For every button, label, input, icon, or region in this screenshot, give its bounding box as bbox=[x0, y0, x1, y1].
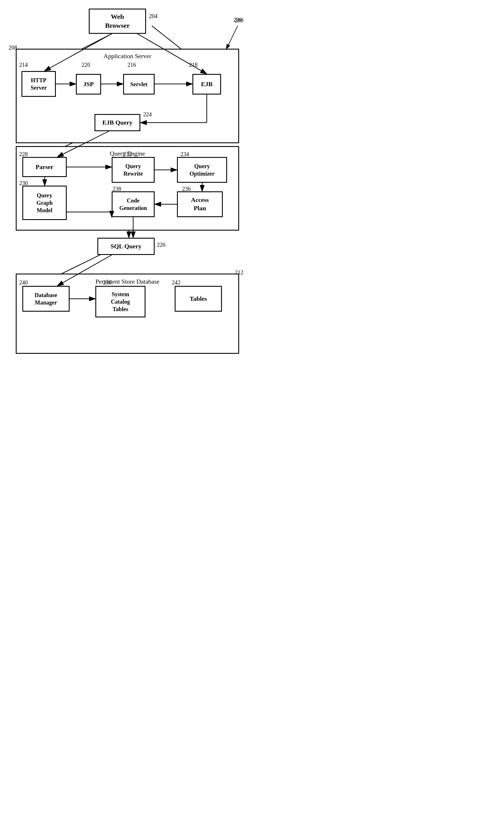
tables-box: Tables bbox=[175, 286, 222, 312]
http-server-box: HTTP Server bbox=[21, 71, 56, 97]
servlet-box: Servlet bbox=[123, 74, 155, 94]
code-generation-box: Code Generation bbox=[112, 192, 155, 217]
ejb-query-label: EJB Query bbox=[102, 119, 133, 127]
application-server-label: Application Server bbox=[17, 53, 238, 60]
query-rewrite-box: Query Rewrite bbox=[112, 157, 155, 183]
ref-238-sys: 238 bbox=[103, 279, 112, 286]
sql-query-box: SQL Query bbox=[97, 238, 155, 255]
svg-line-21 bbox=[226, 26, 238, 49]
system-catalog-tables-label: System Catalog Tables bbox=[111, 291, 130, 313]
query-graph-model-label: Query Graph Model bbox=[36, 192, 53, 214]
ref-214: 214 bbox=[19, 62, 28, 68]
ejb-label: EJB bbox=[201, 80, 213, 88]
web-browser-label: Web Browser bbox=[105, 12, 130, 30]
jsp-box: JSP bbox=[76, 74, 101, 94]
ref-204: 204 bbox=[149, 13, 158, 19]
access-plan-box: Access Plan bbox=[177, 192, 223, 217]
http-server-label: HTTP Server bbox=[31, 76, 47, 91]
database-manager-box: Database Manager bbox=[22, 286, 70, 312]
tables-label: Tables bbox=[189, 295, 207, 303]
web-browser-box: Web Browser bbox=[89, 9, 146, 34]
query-graph-model-box: Query Graph Model bbox=[22, 185, 67, 220]
ref-218: 218 bbox=[189, 62, 197, 68]
parser-box: Parser bbox=[22, 157, 67, 177]
ejb-box: EJB bbox=[192, 74, 221, 94]
database-manager-label: Database Manager bbox=[35, 291, 57, 306]
ref-228: 228 bbox=[19, 151, 28, 158]
ref-226: 226 bbox=[157, 241, 166, 248]
system-catalog-tables-box: System Catalog Tables bbox=[95, 286, 146, 317]
ref-234: 234 bbox=[180, 151, 189, 158]
ref-242: 242 bbox=[172, 279, 180, 286]
persistent-store-label: Persistent Store Database bbox=[17, 278, 238, 285]
ref-220: 220 bbox=[82, 62, 90, 68]
query-optimizer-box: Query Optimizer bbox=[177, 157, 227, 183]
diagram-container: 200 Web Browser 204 208 200 Application … bbox=[0, 0, 252, 412]
sql-query-label: SQL Query bbox=[110, 242, 142, 251]
ref-216: 216 bbox=[128, 62, 136, 68]
jsp-label: JSP bbox=[83, 80, 94, 88]
code-generation-label: Code Generation bbox=[119, 197, 147, 212]
access-plan-label: Access Plan bbox=[191, 196, 209, 212]
query-optimizer-label: Query Optimizer bbox=[189, 162, 215, 177]
query-rewrite-label: Query Rewrite bbox=[123, 162, 143, 177]
parser-label: Parser bbox=[35, 163, 53, 171]
ref-232: 232 bbox=[123, 151, 132, 158]
ref-240: 240 bbox=[19, 279, 28, 286]
ejb-query-box: EJB Query bbox=[94, 114, 140, 131]
servlet-label: Servlet bbox=[130, 80, 148, 88]
ref-200-label: 200 bbox=[233, 17, 242, 23]
ref-224: 224 bbox=[143, 111, 152, 118]
